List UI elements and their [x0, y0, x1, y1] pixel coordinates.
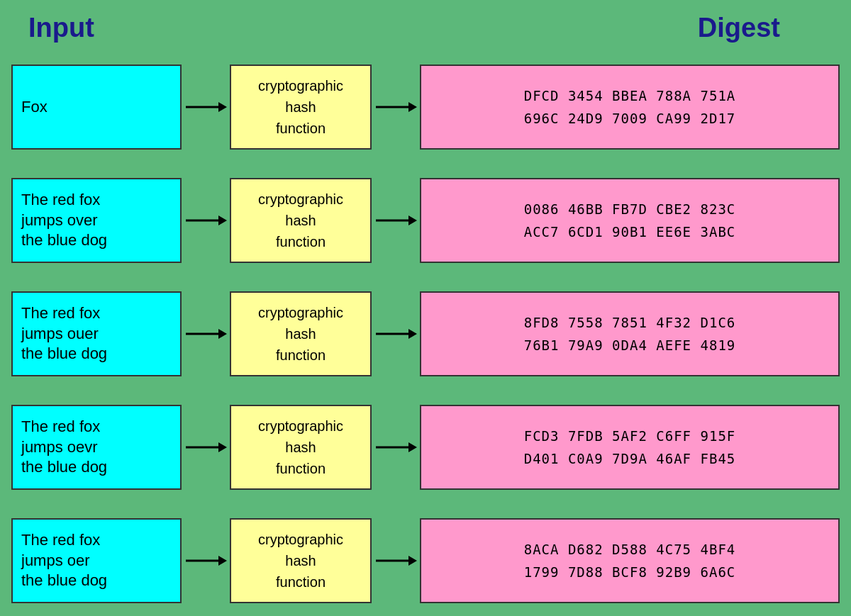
hash-function-box-4: cryptographic hash function: [230, 405, 372, 490]
input-header: Input: [28, 13, 94, 43]
digest-text-5: 8ACA D682 D588 4C75 4BF41799 7D88 BCF8 9…: [524, 538, 736, 584]
header: Input Digest: [0, 0, 851, 50]
arrow-to-digest-4: [374, 437, 417, 458]
arrow-to-hash-2: [184, 210, 227, 231]
digest-text-3: 8FD8 7558 7851 4F32 D1C676B1 79A9 0DA4 A…: [524, 311, 736, 357]
digest-header: Digest: [698, 13, 780, 43]
arrow-to-digest-3: [374, 323, 417, 345]
arrow-to-digest-2: [374, 210, 417, 231]
arrow-to-digest-5: [374, 550, 417, 571]
svg-marker-15: [408, 442, 417, 452]
input-box-3: The red fox jumps ouer the blue dog: [11, 291, 182, 376]
input-box-5: The red fox jumps oer the blue dog: [11, 518, 182, 603]
svg-marker-19: [408, 556, 417, 566]
digest-text-4: FCD3 7FDB 5AF2 C6FF 915FD401 C0A9 7D9A 4…: [524, 425, 736, 471]
arrow-to-hash-3: [184, 323, 227, 345]
diagram-row-3: The red fox jumps ouer the blue dog cryp…: [6, 277, 845, 391]
digest-box-3: 8FD8 7558 7851 4F32 D1C676B1 79A9 0DA4 A…: [420, 291, 840, 376]
hash-function-box-3: cryptographic hash function: [230, 291, 372, 376]
svg-marker-1: [218, 102, 227, 112]
input-box-2: The red fox jumps over the blue dog: [11, 178, 182, 263]
input-box-1: Fox: [11, 65, 182, 150]
hash-function-box-2: cryptographic hash function: [230, 178, 372, 263]
digest-box-4: FCD3 7FDB 5AF2 C6FF 915FD401 C0A9 7D9A 4…: [420, 405, 840, 490]
svg-marker-11: [408, 329, 417, 339]
input-box-4: The red fox jumps oevr the blue dog: [11, 405, 182, 490]
digest-box-2: 0086 46BB FB7D CBE2 823CACC7 6CD1 90B1 E…: [420, 178, 840, 263]
digest-box-5: 8ACA D682 D588 4C75 4BF41799 7D88 BCF8 9…: [420, 518, 840, 603]
arrow-to-hash-4: [184, 437, 227, 458]
diagram-row-4: The red fox jumps oevr the blue dog cryp…: [6, 391, 845, 504]
digest-text-2: 0086 46BB FB7D CBE2 823CACC7 6CD1 90B1 E…: [524, 198, 736, 244]
diagram-row-1: Fox cryptographic hash function DFCD 345…: [6, 50, 845, 164]
diagram-row-2: The red fox jumps over the blue dog cryp…: [6, 164, 845, 277]
digest-text-1: DFCD 3454 BBEA 788A 751A696C 24D9 7009 C…: [524, 84, 736, 130]
arrow-to-hash-5: [184, 550, 227, 571]
svg-marker-5: [218, 215, 227, 225]
svg-marker-17: [218, 556, 227, 566]
hash-function-box-5: cryptographic hash function: [230, 518, 372, 603]
arrow-to-hash-1: [184, 96, 227, 118]
svg-marker-13: [218, 442, 227, 452]
svg-marker-7: [408, 215, 417, 225]
svg-marker-9: [218, 329, 227, 339]
arrow-to-digest-1: [374, 96, 417, 118]
diagram-row-5: The red fox jumps oer the blue dog crypt…: [6, 504, 845, 616]
hash-function-box-1: cryptographic hash function: [230, 65, 372, 150]
svg-marker-3: [408, 102, 417, 112]
diagram-rows: Fox cryptographic hash function DFCD 345…: [0, 50, 851, 616]
digest-box-1: DFCD 3454 BBEA 788A 751A696C 24D9 7009 C…: [420, 65, 840, 150]
